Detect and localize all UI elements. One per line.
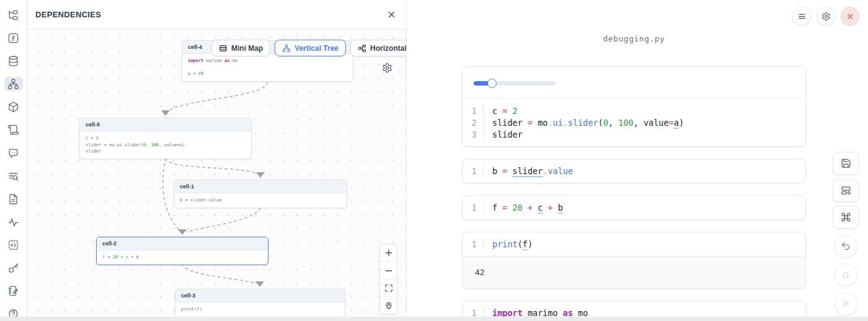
snippets-icon [7, 239, 19, 251]
run-button[interactable] [835, 292, 857, 315]
database-icon [7, 55, 19, 67]
graph-node-cell-1[interactable]: cell-1b = slider.value [174, 180, 347, 208]
notebook-menu-button[interactable] [792, 7, 811, 25]
code-line: slider = mo.ui.slider(0, 100, value=a) [484, 117, 684, 129]
panel-close-button[interactable] [387, 10, 396, 19]
dependency-edge-cell1-cell2 [187, 208, 260, 232]
slider-track[interactable] [474, 81, 556, 86]
horizontal-tree-icon [358, 44, 366, 53]
graph-code-line [188, 64, 347, 71]
code-line: slider [484, 129, 523, 141]
sidebar-item-snippets[interactable] [4, 238, 23, 252]
notebook-filename[interactable]: debugging.py [462, 34, 806, 43]
play-icon [841, 299, 851, 309]
sidebar-item-documentation[interactable] [4, 123, 23, 137]
vertical-tree-button[interactable]: Vertical Tree [275, 40, 346, 56]
sidebar-item-secrets[interactable] [4, 261, 23, 275]
code-line: print(f) [484, 239, 533, 250]
stop-button[interactable] [835, 263, 857, 286]
dependency-graph-canvas[interactable]: cell-4import marimo as mo a = 20cell-0c … [27, 30, 406, 321]
horizontal-tree-button[interactable]: Horizontal Tree [350, 40, 406, 56]
graph-node-title: cell-1 [174, 180, 347, 193]
edge-arrowhead [178, 229, 187, 235]
code-row: 2slider = mo.ui.slider(0, 100, value=a) [463, 117, 805, 129]
graph-code-line: import marimo as mo [188, 58, 347, 64]
graph-node-cell-0[interactable]: cell-0c = 2slider = mo.ui.slider(0, 100,… [79, 118, 252, 159]
code-row: 1c = 2 [463, 105, 805, 117]
minus-icon [384, 266, 393, 275]
dependencies-panel-header: DEPENDENCIES [27, 0, 406, 30]
code-row: 3slider [463, 129, 805, 141]
sidebar-item-variables[interactable] [4, 31, 23, 45]
function-icon [7, 32, 19, 44]
gear-icon [382, 63, 392, 73]
notebook-settings-button[interactable] [817, 7, 835, 25]
notebook-cell-b-assign[interactable]: 1b = slider.value [462, 159, 806, 183]
cell-output: 42 [463, 256, 805, 288]
sidebar-item-logs[interactable] [4, 169, 23, 183]
scratchpad-icon [7, 285, 19, 297]
notebook-header-actions [792, 7, 859, 25]
notebook-cell-print[interactable]: 1print(f)42 [462, 232, 806, 289]
cell-code-editor[interactable]: 1f = 20 + c + b [463, 196, 805, 219]
sidebar-item-file-explorer[interactable] [4, 8, 23, 22]
fit-view-button[interactable] [380, 279, 397, 296]
graph-node-code: b = slider.value [174, 193, 347, 208]
shutdown-button[interactable] [841, 7, 859, 25]
sidebar [0, 0, 27, 321]
close-icon [387, 10, 396, 19]
line-number: 3 [463, 129, 484, 141]
slider-thumb[interactable] [487, 79, 497, 88]
command-palette-button[interactable] [833, 206, 859, 229]
sidebar-item-chat[interactable] [4, 146, 23, 160]
graph-settings-button[interactable] [382, 63, 392, 73]
line-number: 1 [463, 165, 484, 177]
line-number: 2 [463, 117, 484, 129]
sidebar-item-outline[interactable] [4, 192, 23, 206]
cell-code-editor[interactable]: 1b = slider.value [463, 159, 805, 183]
map-pin-icon [384, 301, 393, 310]
mini-map-button[interactable]: Mini Map [211, 40, 270, 56]
cell-code-editor[interactable]: 1print(f) [463, 232, 805, 256]
sidebar-item-packages[interactable] [4, 100, 23, 114]
sidebar-item-dependencies[interactable] [4, 77, 23, 91]
document-icon [7, 193, 19, 205]
sidebar-item-tracing[interactable] [4, 215, 23, 229]
graph-node-cell-2[interactable]: cell-2f = 20 + c + b [96, 237, 268, 265]
fullscreen-icon [384, 284, 393, 292]
code-row: 1f = 20 + c + b [463, 202, 805, 214]
vertical-tree-label: Vertical Tree [294, 44, 339, 53]
rows-icon [219, 44, 228, 53]
dependencies-panel: DEPENDENCIES [27, 0, 407, 321]
log-search-icon [7, 170, 19, 182]
sidebar-item-data-sources[interactable] [4, 54, 23, 68]
notebook-cell-f-assign[interactable]: 1f = 20 + c + b [462, 195, 806, 220]
panel-title: DEPENDENCIES [35, 10, 101, 19]
graph-node-cell-3[interactable]: cell-3print(f) [175, 289, 345, 317]
sidebar-item-scratchpad[interactable] [4, 284, 23, 298]
zoom-out-button[interactable] [380, 262, 397, 279]
stop-icon [841, 270, 851, 280]
activity-icon [7, 216, 19, 228]
layout-button[interactable] [833, 179, 859, 202]
save-button[interactable] [833, 152, 859, 175]
command-icon [841, 212, 851, 222]
dependency-edge-cell2-cell3 [182, 263, 256, 283]
undo-button[interactable] [835, 235, 857, 258]
notebook-cell-slider[interactable]: 1c = 22slider = mo.ui.slider(0, 100, val… [462, 66, 806, 147]
vertical-tree-icon [282, 44, 291, 53]
gear-icon [822, 12, 831, 21]
graph-code-line: f = 20 + c + b [102, 254, 262, 261]
graph-node-title: cell-2 [97, 237, 268, 250]
notebook-side-actions [833, 152, 859, 315]
graph-node-code: c = 2slider = mo.ui.slider(0, 100, value… [80, 131, 251, 159]
code-row: 1print(f) [463, 239, 805, 250]
locate-node-button[interactable] [380, 296, 397, 314]
undo-icon [841, 241, 851, 251]
mini-map-label: Mini Map [231, 44, 263, 53]
graph-code-line: c = 2 [86, 135, 246, 142]
cell-code-editor[interactable]: 1c = 22slider = mo.ui.slider(0, 100, val… [463, 99, 805, 146]
dependency-graph-icon [7, 78, 19, 90]
bottom-scrollbar-track[interactable] [0, 317, 868, 321]
zoom-in-button[interactable] [380, 244, 397, 262]
